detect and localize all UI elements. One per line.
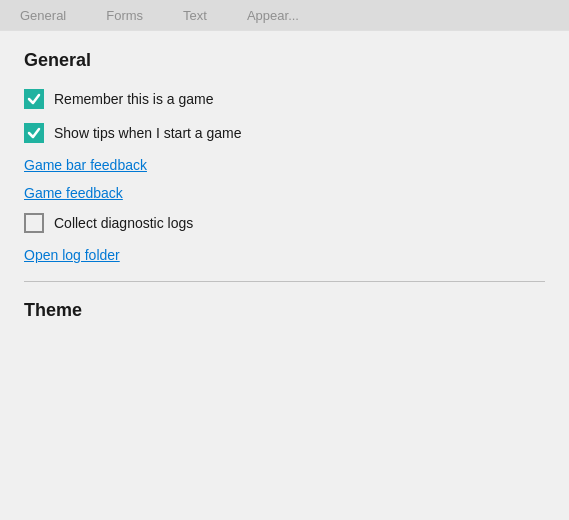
remember-game-label: Remember this is a game xyxy=(54,91,214,107)
show-tips-checkbox[interactable] xyxy=(24,123,44,143)
top-tabs-bar: General Forms Text Appear... xyxy=(0,0,569,31)
tab-forms: Forms xyxy=(106,6,143,25)
show-tips-row: Show tips when I start a game xyxy=(24,123,545,143)
collect-logs-label: Collect diagnostic logs xyxy=(54,215,193,231)
tab-text: Text xyxy=(183,6,207,25)
tab-general: General xyxy=(20,6,66,25)
remember-game-checkbox[interactable] xyxy=(24,89,44,109)
show-tips-label: Show tips when I start a game xyxy=(54,125,242,141)
collect-logs-row: Collect diagnostic logs xyxy=(24,213,545,233)
collect-logs-checkbox[interactable] xyxy=(24,213,44,233)
section-divider xyxy=(24,281,545,282)
remember-game-row: Remember this is a game xyxy=(24,89,545,109)
open-log-folder-link[interactable]: Open log folder xyxy=(24,247,545,263)
tab-appear: Appear... xyxy=(247,6,299,25)
general-section-title: General xyxy=(24,50,545,71)
game-feedback-link[interactable]: Game feedback xyxy=(24,185,545,201)
theme-section-title: Theme xyxy=(24,300,545,321)
general-settings-panel: General Remember this is a game Show tip… xyxy=(0,30,569,520)
game-bar-feedback-link[interactable]: Game bar feedback xyxy=(24,157,545,173)
